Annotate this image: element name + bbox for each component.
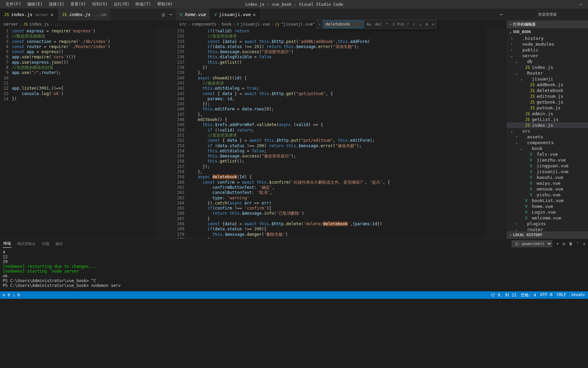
tree-item-kaoshi.vue[interactable]: Vkaoshi.vue xyxy=(507,174,588,180)
panel-tab-terminal[interactable]: 终端 xyxy=(3,240,12,248)
editor-left[interactable]: 1234567891011121314 const express = requ… xyxy=(0,28,176,239)
js-icon: JS xyxy=(62,12,67,17)
close-icon[interactable]: × xyxy=(253,12,256,17)
main-area: JS index.js server × JS index.js ...\db … xyxy=(0,9,588,239)
more-icon[interactable]: ⋯ xyxy=(169,12,172,17)
panel-tab-problems[interactable]: 问题 xyxy=(41,240,50,248)
editor-right[interactable]: 2312322332342352362372382392402412422432… xyxy=(176,28,506,239)
tree-item-assets[interactable]: ›assets xyxy=(507,134,588,140)
minimap[interactable] xyxy=(155,28,176,239)
tab-index-server[interactable]: JS index.js server × xyxy=(0,9,58,20)
panel-tab-output[interactable]: 输出 xyxy=(55,240,64,248)
panel-tab-debug[interactable]: 调试控制台 xyxy=(16,240,36,248)
menu-goto[interactable]: 转到(G) xyxy=(89,1,111,8)
tree-item-jisuanji.vue[interactable]: Vjisuanji.vue xyxy=(507,169,588,174)
tree-item-putnum.js[interactable]: JSputnum.js xyxy=(507,105,588,111)
split-terminal-icon[interactable]: ◫ xyxy=(563,242,565,246)
status-encoding[interactable]: UTF-8 xyxy=(540,292,553,298)
terminal-select[interactable]: 2: powershell xyxy=(511,240,552,247)
tree-item-index.js[interactable]: JSindex.js xyxy=(507,64,588,70)
tree-item-admin.js[interactable]: JSadmin.js xyxy=(507,111,588,117)
next-match-icon[interactable]: ↓ xyxy=(418,21,423,27)
tree-item-server[interactable]: ⌄server xyxy=(507,53,588,59)
status-eol[interactable]: CRLF xyxy=(557,292,567,298)
menu-terminal[interactable]: 终端(T) xyxy=(133,1,154,8)
project-root[interactable]: ⌄VUE_BOOK xyxy=(507,28,588,35)
tree-item-index.js[interactable]: JSindex.js xyxy=(507,122,588,128)
tab-home-vue[interactable]: V home.vue xyxy=(176,9,210,20)
breadcrumb-left[interactable]: server› JSindex.js› ... xyxy=(0,20,176,28)
tree-item-plugins[interactable]: ›plugins xyxy=(507,221,588,227)
tree-item-getbook.js[interactable]: JSgetbook.js xyxy=(507,99,588,105)
close-icon[interactable]: × xyxy=(51,12,53,17)
close-panel-icon[interactable]: ✕ xyxy=(583,242,585,246)
minimap[interactable] xyxy=(486,28,506,239)
tree-item-falv.vue[interactable]: Vfalv.vue xyxy=(507,151,588,157)
tree-item-editnum.js[interactable]: JSeditnum.js xyxy=(507,93,588,99)
tree-item-bookList.vue[interactable]: VbookList.vue xyxy=(507,198,588,203)
tree-item-src[interactable]: ⌄src xyxy=(507,128,588,134)
tabs-left: JS index.js server × JS index.js ...\db … xyxy=(0,9,176,20)
tree-item-components[interactable]: ⌄components xyxy=(507,140,588,145)
menu-select[interactable]: 选择(S) xyxy=(46,1,67,8)
close-icon[interactable]: ✕ xyxy=(430,21,436,27)
tree-item-home.vue[interactable]: Vhome.vue xyxy=(507,203,588,209)
tree-item-welcome.vue[interactable]: Vwelcome.vue xyxy=(507,215,588,221)
editor-group-right: V home.vue V jisuanji.vue × ⋯ src›compon… xyxy=(176,9,506,239)
match-word-icon[interactable]: Abl xyxy=(374,21,383,27)
terminal[interactable]: 41220[nodemon] restarting due to changes… xyxy=(0,248,588,291)
tree-item-jingguan.vue[interactable]: Vjingguan.vue xyxy=(507,163,588,169)
status-lang[interactable]: JavaSc xyxy=(571,292,585,298)
prev-match-icon[interactable]: ↑ xyxy=(412,21,417,27)
tree-item-node_modules[interactable]: ›node_modules xyxy=(507,41,588,47)
tree-item-addBook.js[interactable]: JSaddBook.js xyxy=(507,82,588,88)
tree-item-Login.vue[interactable]: VLogin.vue xyxy=(507,209,588,215)
menu-file[interactable]: 文件(F) xyxy=(3,1,24,8)
chevron-up-icon[interactable]: ˄ xyxy=(577,242,579,246)
tree-item-db[interactable]: ⌄db xyxy=(507,59,588,64)
tree-item-deletebook[interactable]: JSdeletebook xyxy=(507,88,588,93)
menu-run[interactable]: 运行(R) xyxy=(111,1,132,8)
tree-item-jianzhu.vue[interactable]: Vjianzhu.vue xyxy=(507,157,588,163)
tab-label: index.js ...\db xyxy=(69,12,107,17)
tab-index-db[interactable]: JS index.js ...\db xyxy=(58,9,111,20)
split-editor-icon[interactable]: ◫ xyxy=(162,12,165,17)
tree-item-Router[interactable]: ⌄Router xyxy=(507,70,588,76)
find-input[interactable] xyxy=(323,20,364,28)
js-icon: JS xyxy=(4,12,9,17)
tree-item-.history[interactable]: ›.history xyxy=(507,35,588,41)
tree-item-router[interactable]: ⌄router xyxy=(507,227,588,231)
new-terminal-icon[interactable]: + xyxy=(556,242,559,246)
tab-label: home.vue xyxy=(184,12,206,17)
tab-jisuanji-vue[interactable]: V jisuanji.vue × xyxy=(210,9,260,20)
minimize-icon[interactable]: — xyxy=(579,2,582,7)
file-tree: ›.history›node_modules›public⌄server⌄dbJ… xyxy=(507,35,588,231)
more-icon[interactable]: ⋯ xyxy=(500,12,503,17)
code-left[interactable]: const express = require('express') //数据库… xyxy=(12,28,155,239)
match-case-icon[interactable]: Aa xyxy=(365,21,372,27)
open-editors-header[interactable]: ›打开的编辑器 xyxy=(507,20,588,28)
title-bar: 文件(F) 编辑(E) 选择(S) 查看(V) 转到(G) 运行(R) 终端(T… xyxy=(0,0,588,9)
sidebar-title: 资源管理器 xyxy=(507,9,588,20)
tree-item-book[interactable]: ⌄book xyxy=(507,145,588,151)
tree-item-yishu.vue[interactable]: Vyishu.vue xyxy=(507,192,588,198)
tree-item-jisuanji[interactable]: ⌄jisuanji xyxy=(507,76,588,82)
tab-label: jisuanji.vue xyxy=(219,12,251,17)
find-in-selection-icon[interactable]: ≡ xyxy=(424,21,429,27)
regex-icon[interactable]: * xyxy=(385,21,390,27)
status-cursor[interactable]: 行 9, 列 21 xyxy=(491,292,517,298)
tab-label: index.js server xyxy=(11,12,48,17)
trash-icon[interactable]: 🗑 xyxy=(569,242,573,246)
menu-help[interactable]: 帮助(H) xyxy=(154,1,176,8)
expand-icon[interactable]: › xyxy=(317,22,322,26)
menu-edit[interactable]: 编辑(E) xyxy=(24,1,46,8)
local-history-header[interactable]: ›LOCAL HISTORY xyxy=(507,231,588,239)
status-indent[interactable]: 空格: 4 xyxy=(521,292,536,298)
tree-item-waiyu.vue[interactable]: Vwaiyu.vue xyxy=(507,180,588,186)
menu-view[interactable]: 查看(V) xyxy=(68,1,89,8)
tree-item-getList.js[interactable]: JSgetList.js xyxy=(507,117,588,122)
code-right[interactable]: if(!valid) return //发送添加请求 const {data} … xyxy=(188,28,486,239)
tree-item-wenxue.vue[interactable]: Vwenxue.vue xyxy=(507,186,588,192)
status-errors[interactable]: ⊘ 0 ⚠ 0 xyxy=(3,293,20,297)
tree-item-public[interactable]: ›public xyxy=(507,47,588,53)
